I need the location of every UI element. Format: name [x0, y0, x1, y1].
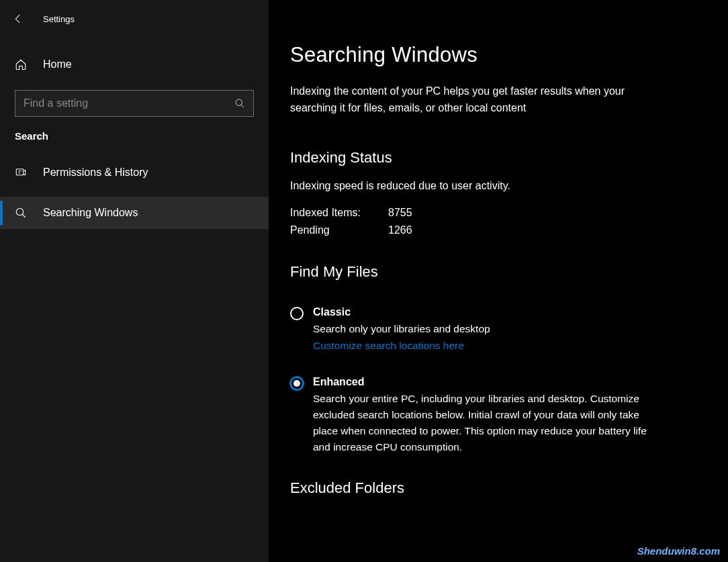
pending-label: Pending: [290, 224, 388, 236]
customize-search-locations-link[interactable]: Customize search locations here: [313, 340, 666, 352]
radio-title: Enhanced: [313, 376, 666, 388]
back-arrow-icon[interactable]: [12, 13, 24, 25]
radio-title: Classic: [313, 306, 666, 318]
header-row: Settings: [0, 7, 269, 31]
sidebar-item-label: Searching Windows: [43, 207, 138, 219]
indexed-items-label: Indexed Items:: [290, 207, 388, 219]
sidebar-item-searching-windows[interactable]: Searching Windows: [0, 197, 269, 229]
indexing-status-text: Indexing speed is reduced due to user ac…: [290, 180, 685, 192]
permissions-icon: [15, 167, 27, 179]
indexed-items-row: Indexed Items: 8755: [290, 207, 685, 219]
sidebar-item-label: Permissions & History: [43, 167, 148, 179]
svg-point-0: [236, 99, 242, 105]
home-label: Home: [43, 58, 72, 71]
search-icon[interactable]: [234, 98, 245, 109]
main-content: Searching Windows Indexing the content o…: [269, 0, 728, 562]
search-icon: [15, 207, 27, 219]
sidebar: Settings Home Search Permissions & Histo…: [0, 0, 269, 562]
radio-option-enhanced[interactable]: Enhanced Search your entire PC, includin…: [290, 376, 666, 455]
svg-point-2: [16, 208, 24, 216]
page-description: Indexing the content of your PC helps yo…: [290, 83, 673, 117]
sidebar-section-label: Search: [0, 117, 269, 148]
search-wrap: [15, 90, 254, 117]
search-box[interactable]: [15, 90, 254, 117]
radio-button-enhanced[interactable]: [290, 377, 304, 390]
find-my-files-heading: Find My Files: [290, 263, 685, 281]
radio-option-classic[interactable]: Classic Search only your libraries and d…: [290, 306, 666, 352]
pending-row: Pending 1266: [290, 224, 685, 236]
excluded-folders-heading: Excluded Folders: [290, 479, 685, 497]
home-icon: [15, 58, 27, 71]
page-title: Searching Windows: [290, 43, 685, 67]
home-button[interactable]: Home: [0, 50, 269, 79]
radio-desc: Search your entire PC, including your li…: [313, 391, 666, 455]
radio-button-classic[interactable]: [290, 307, 304, 320]
radio-desc: Search only your libraries and desktop: [313, 321, 666, 337]
svg-rect-1: [16, 169, 24, 175]
sidebar-item-permissions-history[interactable]: Permissions & History: [0, 156, 269, 189]
app-title: Settings: [43, 14, 75, 24]
watermark: Shenduwin8.com: [637, 545, 720, 557]
radio-body: Classic Search only your libraries and d…: [313, 306, 666, 352]
indexing-status-heading: Indexing Status: [290, 149, 685, 167]
indexed-items-value: 8755: [388, 207, 412, 219]
search-input[interactable]: [24, 97, 234, 109]
pending-value: 1266: [388, 224, 412, 236]
radio-body: Enhanced Search your entire PC, includin…: [313, 376, 666, 455]
